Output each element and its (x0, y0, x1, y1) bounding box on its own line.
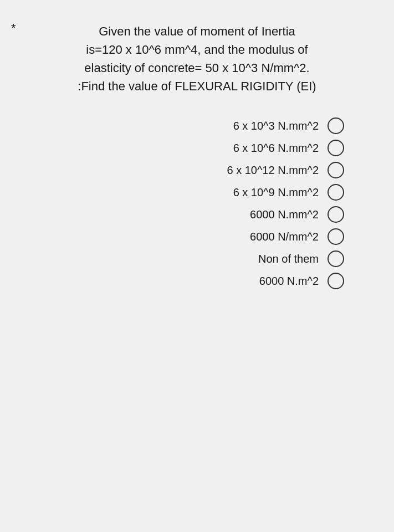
radio-button-5[interactable] (328, 206, 344, 223)
question-line-3: elasticity of concrete= 50 x 10^3 N/mm^2… (22, 59, 372, 77)
question-line-2: is=120 x 10^6 mm^4, and the modulus of (22, 40, 372, 59)
radio-button-2[interactable] (328, 140, 344, 156)
option-row-2: 6 x 10^6 N.mm^2 (17, 140, 344, 156)
option-row-7: Non of them (17, 250, 344, 267)
option-row-6: 6000 N/mm^2 (17, 228, 344, 245)
radio-button-6[interactable] (328, 228, 344, 245)
option-label-4: 6 x 10^9 N.mm^2 (233, 186, 319, 199)
option-label-1: 6 x 10^3 N.mm^2 (233, 120, 319, 132)
option-row-1: 6 x 10^3 N.mm^2 (17, 117, 344, 134)
option-label-6: 6000 N/mm^2 (250, 231, 319, 243)
option-row-4: 6 x 10^9 N.mm^2 (17, 184, 344, 201)
option-label-7: Non of them (258, 253, 319, 265)
page-container: * Given the value of moment of Inertia i… (0, 0, 394, 532)
options-container: 6 x 10^3 N.mm^26 x 10^6 N.mm^26 x 10^12 … (17, 117, 377, 289)
question-block: Given the value of moment of Inertia is=… (17, 22, 377, 95)
radio-button-3[interactable] (328, 162, 344, 178)
radio-button-4[interactable] (328, 184, 344, 201)
option-label-2: 6 x 10^6 N.mm^2 (233, 142, 319, 155)
option-label-5: 6000 N.mm^2 (250, 208, 319, 221)
required-asterisk: * (11, 21, 16, 35)
question-line-1: Given the value of moment of Inertia (22, 22, 372, 40)
option-row-8: 6000 N.m^2 (17, 273, 344, 289)
radio-button-7[interactable] (328, 250, 344, 267)
option-label-3: 6 x 10^12 N.mm^2 (227, 164, 319, 177)
radio-button-8[interactable] (328, 273, 344, 289)
option-row-5: 6000 N.mm^2 (17, 206, 344, 223)
radio-button-1[interactable] (328, 117, 344, 134)
question-line-4: :Find the value of FLEXURAL RIGIDITY (EI… (22, 77, 372, 95)
option-row-3: 6 x 10^12 N.mm^2 (17, 162, 344, 178)
option-label-8: 6000 N.m^2 (259, 275, 319, 288)
